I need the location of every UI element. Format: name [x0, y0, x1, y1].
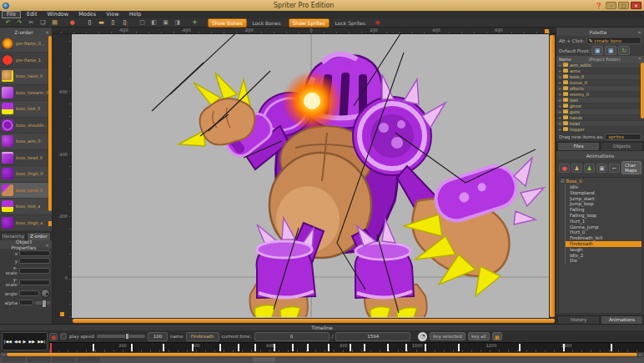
- expand-icon[interactable]: +: [558, 92, 561, 97]
- keyframe-tick[interactable]: [219, 344, 221, 351]
- zorder-item[interactable]: pre-flame_1: [0, 53, 52, 69]
- current-time-value[interactable]: 0: [254, 332, 330, 341]
- expand-icon[interactable]: +: [558, 74, 561, 79]
- menu-item[interactable]: File: [2, 11, 21, 18]
- clock-icon[interactable]: ◔: [418, 332, 427, 341]
- y-scale-field[interactable]: [19, 280, 50, 285]
- zorder-item[interactable]: boss_arm_0: [0, 134, 52, 150]
- paste-icon[interactable]: ▤: [49, 18, 60, 27]
- expand-icon[interactable]: +: [558, 68, 561, 73]
- copy-icon[interactable]: ❏: [38, 18, 48, 27]
- refresh-icon[interactable]: ↻: [618, 46, 630, 55]
- object-properties-close-icon[interactable]: ×: [45, 242, 49, 248]
- animation-item[interactable]: Hurt_1: [566, 219, 641, 224]
- keyframe-tick[interactable]: [458, 344, 460, 351]
- create-bone-button[interactable]: ✎ create bone: [586, 37, 641, 44]
- transport-button[interactable]: ◀◀: [13, 339, 22, 344]
- folder-row[interactable]: + bonus_0: [556, 80, 644, 86]
- cut-icon[interactable]: ✂: [26, 18, 37, 27]
- animation-item[interactable]: Jump_start: [566, 196, 641, 202]
- x-scale-field[interactable]: [19, 268, 50, 274]
- bone-icon[interactable]: ❖: [375, 19, 380, 27]
- export-icon[interactable]: ▯: [119, 18, 130, 27]
- animation-item[interactable]: Idle: [566, 184, 641, 190]
- palette-close-icon[interactable]: ×: [637, 29, 641, 35]
- expand-icon[interactable]: +: [558, 63, 561, 68]
- record-keyframes-icon[interactable]: ●: [49, 333, 58, 340]
- keyframe-tick[interactable]: [274, 344, 275, 351]
- expand-icon[interactable]: +: [558, 98, 561, 103]
- key-all-button[interactable]: key all: [468, 332, 490, 340]
- keyframe-tick[interactable]: [519, 344, 521, 351]
- duplicate-animation-icon[interactable]: ▣: [596, 164, 607, 173]
- play-speed-value[interactable]: 100: [148, 332, 168, 341]
- menu-item[interactable]: Window: [43, 11, 73, 18]
- taskbar-item-active[interactable]: [253, 357, 275, 362]
- animation-item[interactable]: Idle_2: [566, 253, 641, 259]
- help-icon[interactable]: ❓: [595, 3, 602, 9]
- fullscreen-icon[interactable]: ✛: [189, 18, 200, 27]
- menu-item[interactable]: View: [102, 11, 123, 18]
- zorder-item[interactable]: boss_thigh_0: [0, 166, 52, 183]
- maximize-button[interactable]: ▢: [618, 2, 629, 9]
- animation-item[interactable]: Hurt_0: [566, 229, 641, 235]
- folder-row[interactable]: + ghost: [556, 103, 644, 109]
- boss-character-sprite[interactable]: [72, 34, 549, 317]
- file-list-header[interactable]: Name (Project Folder) ^: [556, 56, 644, 63]
- save-icon[interactable]: ▯: [108, 18, 118, 27]
- angle-field[interactable]: [19, 290, 39, 296]
- length-icon[interactable]: ⌐: [609, 164, 620, 173]
- zorder-item[interactable]: boss_shoulde..: [0, 118, 52, 134]
- folder-row[interactable]: + hopper: [556, 127, 644, 133]
- zorder-item[interactable]: boss_forearm_0: [0, 85, 52, 102]
- transport-button[interactable]: ▶▶: [28, 339, 36, 344]
- total-time-value[interactable]: 1594: [335, 332, 410, 341]
- menu-item[interactable]: Help: [125, 11, 146, 18]
- folder-row[interactable]: + head: [556, 121, 644, 127]
- record-icon[interactable]: ●: [67, 18, 78, 27]
- menu-item[interactable]: Modes: [74, 11, 100, 18]
- undo-icon[interactable]: ↶: [3, 18, 13, 27]
- animations-panel-tab[interactable]: Animations: [601, 315, 643, 324]
- zorder-item[interactable]: pre-flame_0_..: [0, 36, 52, 53]
- animation-item[interactable]: laugh: [566, 247, 641, 253]
- layout-icon-4[interactable]: ◨: [172, 18, 183, 27]
- folder-row[interactable]: + effects: [556, 86, 644, 92]
- animation-item[interactable]: Falling_loop: [566, 213, 641, 219]
- show-bones-button[interactable]: Show Bones: [208, 18, 247, 28]
- zorder-item[interactable]: boss_head_0: [0, 150, 52, 167]
- animation-item[interactable]: Stompland: [566, 190, 641, 196]
- expand-icon[interactable]: +: [558, 109, 561, 114]
- expand-icon[interactable]: +: [558, 121, 561, 126]
- record-animation-icon[interactable]: ●: [559, 164, 570, 173]
- keyframe-tick[interactable]: [328, 344, 330, 351]
- file-list-scrollbar[interactable]: [641, 63, 644, 118]
- collapse-icon[interactable]: ⊟: [561, 179, 565, 184]
- folder-row[interactable]: + arms: [556, 68, 644, 74]
- key-selected-button[interactable]: key selected: [430, 332, 465, 340]
- zorder-item[interactable]: boss_foot_0: [0, 101, 52, 118]
- keyframe-tick[interactable]: [611, 344, 612, 351]
- layout-icon-1[interactable]: ▢: [137, 18, 148, 27]
- keyframe-tick[interactable]: [93, 344, 94, 351]
- layout-icon-2[interactable]: ◧: [148, 18, 159, 27]
- zorder-close-icon[interactable]: ×: [45, 29, 49, 35]
- pivot-option-icon[interactable]: ▣: [605, 46, 616, 55]
- open-folder-icon[interactable]: ▬: [96, 18, 107, 27]
- keyframe-tick[interactable]: [425, 344, 426, 351]
- angle-dial[interactable]: [41, 289, 50, 298]
- taskbar-item[interactable]: [3, 357, 25, 362]
- expand-icon[interactable]: +: [558, 86, 561, 91]
- pivot-option-icon[interactable]: ▣: [591, 46, 603, 55]
- zorder-item[interactable]: boss_torso_0: [0, 183, 52, 199]
- zorder-item[interactable]: boss_thigh_a: [0, 215, 52, 232]
- redo-icon[interactable]: ↷: [14, 18, 25, 27]
- close-button[interactable]: ×: [631, 2, 641, 9]
- timeline-scrollbar[interactable]: [0, 352, 644, 357]
- animation-item[interactable]: Falling: [566, 207, 641, 213]
- folder-row[interactable]: + feet: [556, 98, 644, 103]
- menu-item[interactable]: Edit: [23, 11, 42, 18]
- canvas-vertical-scrollbar[interactable]: [549, 34, 556, 318]
- animation-item[interactable]: Gonna_jump: [566, 224, 641, 230]
- taskbar-item[interactable]: [53, 357, 75, 362]
